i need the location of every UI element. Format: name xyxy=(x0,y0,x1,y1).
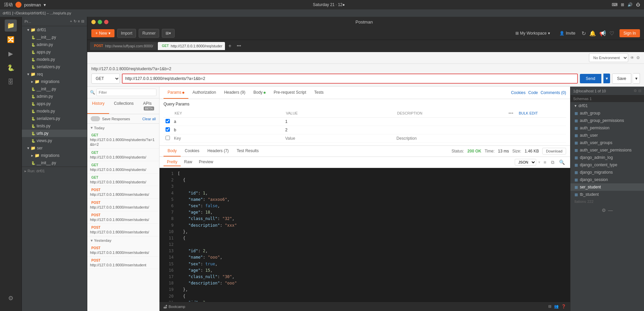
ide-icon-project[interactable]: 📁 xyxy=(5,19,17,32)
db-auth-group[interactable]: ▦ auth_group xyxy=(570,109,644,117)
param-value-empty[interactable] xyxy=(285,136,392,141)
db-django-migrations[interactable]: ▦ django_migrations xyxy=(570,169,644,176)
format-select[interactable]: JSON XML Text xyxy=(515,159,536,166)
tree-req-tests[interactable]: 🐍 tests.py xyxy=(22,122,87,130)
resp-tab-tests[interactable]: Test Results xyxy=(233,146,263,157)
history-item-7[interactable]: POST http://127.0.0.1:8000/mser/students… xyxy=(87,224,159,236)
history-item-y0[interactable]: POST http://127.0.0.1:8000/mser/students… xyxy=(87,244,159,257)
history-item-1[interactable]: GET http://127.0.0.1:8000/req/students/ xyxy=(87,149,159,161)
people-icon[interactable]: 👥 xyxy=(554,304,559,309)
save-dropdown-button[interactable]: ▾ xyxy=(633,73,640,84)
tree-req-admin[interactable]: 🐍 admin.py xyxy=(22,93,87,100)
code-link[interactable]: Code xyxy=(528,90,538,95)
notification2-icon[interactable]: 📢 xyxy=(599,30,606,37)
history-item-2[interactable]: GET http://127.0.0.1:8000/req/students/ xyxy=(87,161,159,174)
db-bottom-settings-icon[interactable]: ⚙ xyxy=(602,208,606,213)
wrap-icon[interactable]: ≡ xyxy=(542,159,548,166)
sync-icon-hdr[interactable]: ↻ xyxy=(582,30,586,37)
tree-ser-folder[interactable]: ▾ 📁 ser xyxy=(22,144,87,152)
param-key-empty[interactable] xyxy=(174,136,281,141)
minimize-button[interactable] xyxy=(91,20,96,24)
param-value-1[interactable] xyxy=(285,128,392,132)
import-button[interactable]: Import xyxy=(117,29,136,38)
tree-ser-migrations[interactable]: ▸ 📁 migrations xyxy=(22,152,87,159)
search-response-icon[interactable]: 🔍 xyxy=(558,159,566,166)
param-desc-1[interactable] xyxy=(397,128,504,132)
param-desc-empty[interactable] xyxy=(397,136,504,141)
history-item-y1[interactable]: POST http://127.0.0.1:8000/mser/student xyxy=(87,257,159,269)
history-item-4[interactable]: POST http://127.0.0.1:8000/mser/students… xyxy=(87,186,159,198)
tab-get[interactable]: GET http://127.0.0.1:8000/req/studer xyxy=(158,42,225,50)
tree-req-migrations[interactable]: ▸ 📁 migrations xyxy=(22,78,87,85)
invite-button[interactable]: 👤 Invite xyxy=(556,29,579,37)
tree-req-urls[interactable]: 🐍 urls.py xyxy=(22,130,87,137)
ide-icon-run[interactable]: ▶ xyxy=(5,48,17,60)
ide-icon-commit[interactable]: 🔀 xyxy=(5,34,17,46)
send-button[interactable]: Send xyxy=(580,74,601,83)
extra-button[interactable]: ⊞▾ xyxy=(162,29,175,38)
env-settings-icon[interactable]: ⚙ xyxy=(636,55,640,60)
ide-icon-db[interactable]: 🗄 xyxy=(5,76,17,88)
more-options-icon[interactable]: ••• xyxy=(508,110,513,116)
ide-icon-structure[interactable]: ⚙ xyxy=(5,292,17,304)
req-tab-auth[interactable]: Authorization xyxy=(188,87,220,99)
db-auth-group-perms[interactable]: ▦ auth_group_permissions xyxy=(570,117,644,124)
copy-response-icon[interactable]: ⧉ xyxy=(550,159,556,166)
param-desc-0[interactable] xyxy=(397,119,504,124)
tree-serializers-py[interactable]: 🐍 serializers.py xyxy=(22,63,87,71)
postman-app-icon[interactable] xyxy=(15,2,21,8)
param-value-0[interactable] xyxy=(285,119,392,124)
new-button[interactable]: + New ▾ xyxy=(91,29,114,37)
workspace-button[interactable]: ⊞ My Workspace ▾ xyxy=(512,29,553,37)
send-dropdown-button[interactable]: ▾ xyxy=(603,74,610,83)
layout-icon[interactable]: ⊟ xyxy=(548,304,551,309)
req-tab-prerequest[interactable]: Pre-request Script xyxy=(270,87,310,99)
help-icon[interactable]: ❓ xyxy=(561,304,566,309)
resp-tab-cookies[interactable]: Cookies xyxy=(181,146,203,157)
tree-admin-py[interactable]: 🐍 admin.py xyxy=(22,41,87,48)
sync-icon[interactable]: ↻ xyxy=(74,19,77,24)
resp-tab-headers[interactable]: Headers (7) xyxy=(203,146,233,157)
resp-tab-body[interactable]: Body xyxy=(164,146,181,157)
tree-ser-init[interactable]: 🐍 __init__.py xyxy=(22,159,87,167)
ide-icon-python[interactable]: 🐍 xyxy=(5,62,17,74)
tab-post[interactable]: POST http://www.luffyapi.com:8000/ xyxy=(90,42,157,50)
history-item-3[interactable]: GET http://127.0.0.1:8000/req/students/ xyxy=(87,174,159,186)
tree-models-py[interactable]: 🐍 models.py xyxy=(22,56,87,63)
save-responses-toggle[interactable] xyxy=(91,116,100,121)
history-item-6[interactable]: POST http://127.0.0.1:8000/mser/students… xyxy=(87,211,159,224)
preview-tab[interactable]: Preview xyxy=(195,158,217,166)
heart-icon[interactable]: ♡ xyxy=(609,30,614,37)
method-select[interactable]: GET POST PUT DELETE xyxy=(91,74,120,84)
tree-req-views[interactable]: 🐍 views.py xyxy=(22,137,87,144)
settings-icon[interactable]: ≡ xyxy=(78,19,80,24)
db-django-session[interactable]: ▦ django_session xyxy=(570,176,644,183)
db-auth-user-perms[interactable]: ▦ auth_user_user_permissions xyxy=(570,146,644,154)
tree-apps-py[interactable]: 🐍 apps.py xyxy=(22,48,87,56)
history-item-0[interactable]: GET http://127.0.0.1:8000/req/students/?… xyxy=(87,131,159,149)
eye-icon[interactable]: 👁 xyxy=(630,55,634,60)
history-tab[interactable]: History xyxy=(87,98,109,114)
db-auth-permission[interactable]: ▦ auth_permission xyxy=(570,124,644,132)
pretty-tab[interactable]: Pretty xyxy=(164,158,181,166)
url-input[interactable] xyxy=(122,74,578,84)
db-drf01[interactable]: ▾ drf01 xyxy=(570,102,644,109)
tree-drf01-folder[interactable]: ▾ 📁 drf01 xyxy=(22,26,87,34)
comments-link[interactable]: Comments (0) xyxy=(541,90,566,95)
cookies-link[interactable]: Cookies xyxy=(511,90,525,95)
tree-req-apps[interactable]: 🐍 apps.py xyxy=(22,100,87,107)
param-check-1[interactable] xyxy=(166,127,170,132)
tab-more-button[interactable]: ••• xyxy=(234,42,244,50)
db-auth-user-groups[interactable]: ▦ auth_user_groups xyxy=(570,139,644,146)
param-check-empty[interactable] xyxy=(166,136,170,140)
param-key-1[interactable] xyxy=(174,128,281,132)
collapse-icon[interactable]: ⊟ xyxy=(81,19,84,24)
tree-req-serial[interactable]: 🐍 serializers.py xyxy=(22,115,87,122)
sign-in-button[interactable]: Sign In xyxy=(619,29,640,37)
param-key-0[interactable] xyxy=(174,119,281,124)
bootcamp-label[interactable]: Bootcamp xyxy=(169,305,185,309)
runner-button[interactable]: Runner xyxy=(139,29,159,38)
tree-req-folder[interactable]: ▾ 📁 req xyxy=(22,71,87,78)
filter-input[interactable] xyxy=(96,89,156,96)
db-bottom-minus-icon[interactable]: — xyxy=(608,208,613,213)
